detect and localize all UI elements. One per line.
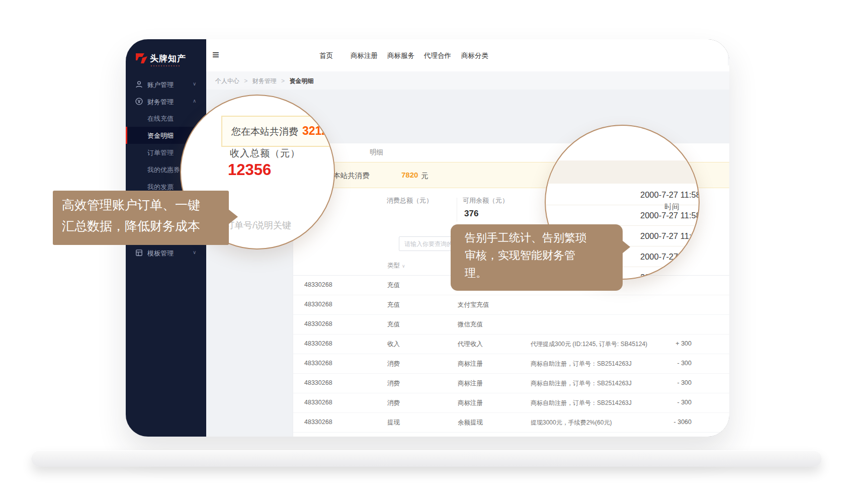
cell-type: 收入: [387, 340, 400, 349]
table-row: 48330268 提现 余额提现 提现3000元，手续费2%(60元) - 30…: [293, 412, 729, 433]
cell-order: 48330268: [304, 301, 332, 308]
cell-order: 48330268: [304, 379, 332, 386]
available-balance-value: 376: [464, 209, 478, 219]
table-row: 48330268 消费 商标注册 商标自助注册，订单号：SB2514263J -…: [293, 373, 729, 393]
cell-amount: - 300: [626, 379, 692, 386]
nav-item-home[interactable]: 首页: [319, 51, 333, 60]
sidebar-item-label: 模板管理: [147, 249, 174, 258]
brand-name: 头牌知产: [150, 53, 186, 64]
trademark-search-input[interactable]: [728, 52, 729, 65]
sidebar-item-finance[interactable]: 财务管理 ∧: [126, 94, 206, 109]
cell-balance: ¥ 12231: [702, 379, 729, 386]
cell-desc: 商标自助注册，订单号：SB2514263J: [531, 399, 632, 407]
cell-project: 微信充值: [458, 320, 483, 329]
breadcrumb-separator: >: [244, 77, 247, 85]
callout-left-arrow: [228, 209, 238, 224]
cell-project: 支付宝充值: [458, 301, 489, 309]
finance-icon: [135, 97, 143, 106]
brand-tagline: [151, 65, 180, 66]
cell-desc: 提现3000元，手续费2%(60元): [531, 418, 612, 427]
table-row: 48330268 充值 支付宝充值 2000-7-27 11:58:03: [293, 295, 729, 315]
sidebar-item-account[interactable]: 账户管理 ∨: [126, 77, 206, 92]
sort-icon: ∨: [402, 264, 405, 269]
cell-project: 代理收入: [458, 340, 483, 349]
callout-left-line2: 汇总数据，降低财务成本: [62, 218, 200, 234]
marketing-canvas: 头牌知产 账户管理 ∨: [0, 0, 853, 504]
cell-balance: ¥ 12231: [702, 360, 729, 367]
nav-item-trademark-register[interactable]: 商标注册: [351, 51, 378, 60]
cell-project: 余额提现: [458, 418, 483, 427]
callout-right-line1: 告别手工统计、告别繁琐: [465, 230, 586, 245]
cell-project: 商标注册: [458, 379, 483, 388]
breadcrumb-separator: >: [281, 77, 285, 85]
lens-time-header: 时间: [546, 160, 699, 184]
table-row: 48330268 收入 代理收入 代理提成300元 (ID:1245, 订单号:…: [293, 334, 729, 354]
cell-type: 消费: [387, 379, 400, 388]
lens-time-row: 2000-7-27 11:58:03: [640, 190, 700, 200]
breadcrumb-bar: 个人中心 > 财务管理 > 资金明细: [206, 71, 729, 90]
table-row: 48330268 消费 商标注册 商标自助注册，订单号：SB2514263J -…: [293, 354, 729, 374]
sidebar-item-online-recharge[interactable]: 在线充值: [126, 111, 206, 126]
cell-amount: - 300: [626, 399, 692, 406]
laptop-base: [31, 450, 822, 467]
cell-type: 充值: [387, 281, 400, 290]
table-row: 48330268 充值 微信充值 2000-7-27 11:58:03: [293, 314, 729, 334]
cell-amount: + 300: [626, 340, 692, 347]
cell-type: 消费: [387, 399, 400, 407]
callout-right-line3: 理。: [465, 266, 487, 281]
breadcrumb-finance[interactable]: 财务管理: [252, 77, 277, 85]
banner-unit: 元: [421, 171, 429, 181]
lens-banner-label: 您在本站共消费: [231, 126, 298, 137]
table-row: 48330268 消费 商标注册 商标自助注册，订单号：SB2514263J -…: [293, 393, 729, 413]
lens-income-value: 12356: [228, 161, 271, 179]
nav-item-agency[interactable]: 代理合作: [424, 51, 451, 60]
hamburger-icon[interactable]: ≡: [212, 48, 219, 62]
breadcrumb-home[interactable]: 个人中心: [215, 77, 239, 85]
sidebar-item-label: 账户管理: [147, 80, 174, 90]
cell-type: 消费: [387, 360, 400, 368]
lens-time-row: 2000-7-27 11:58:03: [640, 211, 700, 220]
cell-type: 充值: [387, 320, 400, 329]
chevron-up-icon: ∧: [193, 98, 196, 104]
spend-total-label: 消费总额（元）: [387, 196, 433, 205]
cell-amount: - 300: [626, 360, 692, 367]
callout-right-arrow: [622, 240, 630, 254]
nav-item-trademark-service[interactable]: 商标服务: [387, 51, 414, 60]
cell-project: 商标注册: [458, 360, 483, 368]
sidebar-item-label: 财务管理: [147, 98, 174, 107]
callout-left-line1: 高效管理账户订单、一键: [62, 197, 200, 213]
cell-project: 商标注册: [458, 399, 483, 407]
callout-left: 高效管理账户订单、一键 汇总数据，降低财务成本: [53, 191, 229, 245]
top-navbar: ≡ 首页 商标注册 商标服务 代理合作 商标分类: [206, 39, 729, 72]
callout-right: 告别手工统计、告别繁琐 审核，实现智能财务管 理。: [451, 224, 623, 291]
cell-order: 48330268: [304, 320, 332, 327]
breadcrumb: 个人中心 > 财务管理 > 资金明细: [215, 77, 313, 86]
lens-income-label: 收入总额（元）: [230, 147, 300, 160]
cell-order: 48330268: [304, 399, 332, 406]
chevron-down-icon: ∨: [193, 81, 196, 87]
cell-order: 48330268: [304, 418, 332, 426]
stats-divider: [457, 198, 457, 222]
user-icon: [135, 80, 143, 89]
breadcrumb-current: 资金明细: [289, 77, 313, 85]
sidebar-item-template[interactable]: 模板管理 ∨: [126, 245, 206, 261]
cell-balance: ¥ 12231: [702, 399, 729, 406]
banner-amount: 7820: [401, 171, 418, 179]
cell-desc: 商标自助注册，订单号：SB2514263J: [531, 360, 632, 368]
callout-right-line2: 审核，实现智能财务管: [465, 248, 575, 263]
cell-balance: ¥ 12231: [702, 418, 729, 426]
cell-order: 48330268: [304, 360, 332, 367]
chevron-down-icon: ∨: [193, 249, 196, 255]
cell-amount: - 3060: [626, 418, 692, 426]
brand-logo-icon: [135, 52, 149, 64]
col-type: 类型: [387, 262, 400, 269]
cell-balance: ¥ 12231: [702, 340, 729, 347]
template-icon: [135, 248, 143, 257]
cell-desc: 商标自助注册，订单号：SB2514263J: [531, 379, 632, 388]
cell-type: 提现: [387, 418, 400, 427]
tab-secondary[interactable]: 明细: [370, 148, 383, 157]
available-balance-label: 可用余额（元）: [463, 196, 508, 205]
nav-item-trademark-category[interactable]: 商标分类: [461, 51, 488, 60]
cell-order: 48330268: [304, 340, 332, 347]
cell-type: 充值: [387, 301, 400, 309]
